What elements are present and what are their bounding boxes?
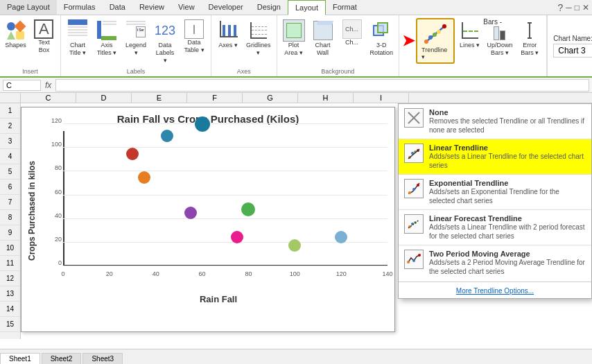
row-num-2[interactable]: 2 (0, 119, 20, 134)
minimize-icon[interactable]: ─ (566, 3, 572, 12)
data-labels-button[interactable]: 123 DataLabels ▾ (151, 18, 179, 65)
linear-icon (404, 144, 424, 163)
tab-format[interactable]: Format (326, 0, 364, 15)
sheet-tab-1[interactable]: Sheet1 (0, 353, 40, 364)
tab-page-layout[interactable]: Page Layout (0, 0, 57, 15)
tab-developer[interactable]: Developer (202, 0, 250, 15)
dot-1 (126, 148, 139, 160)
row-num-14[interactable]: 14 (0, 302, 20, 317)
row-num-12[interactable]: 12 (0, 271, 20, 286)
col-header-F[interactable]: F (187, 93, 243, 103)
dot-7 (241, 202, 255, 216)
trendline-button[interactable]: Trendline ▾ (416, 18, 455, 64)
ribbon-group-axes: Axes ▾ Gridlines ▾ Axes (211, 15, 277, 76)
shapes-button[interactable]: Shapes (3, 18, 28, 55)
sheet-tab-2[interactable]: Sheet2 (42, 353, 82, 364)
linear-forecast-icon (404, 214, 424, 234)
gridlines-button[interactable]: Gridlines ▾ (243, 18, 274, 58)
dot-8 (288, 239, 301, 252)
tab-data[interactable]: Data (103, 0, 132, 15)
col-header-E[interactable]: E (132, 93, 187, 103)
moving-average-title: Two Period Moving Average (429, 250, 586, 258)
svg-point-1 (424, 40, 428, 44)
labels-group-label: Labels (64, 68, 208, 75)
close-icon[interactable]: ✕ (582, 3, 589, 12)
bars-label: Bars - (483, 18, 502, 26)
restore-icon[interactable]: □ (575, 3, 580, 12)
svg-point-14 (412, 188, 415, 191)
trendline-linear-forecast-item[interactable]: Linear Forecast Trendline Adds/sets a Li… (399, 210, 591, 245)
dot-4 (184, 207, 197, 219)
row-num-4[interactable]: 4 (0, 149, 20, 164)
row-num-9[interactable]: 9 (0, 225, 20, 241)
ribbon-group-analysis: ➤ Trendline ▾ (399, 15, 547, 76)
col-header-H[interactable]: H (298, 93, 354, 103)
text-box-button[interactable]: A Text Box (31, 18, 58, 55)
plot-area-button[interactable]: PlotArea ▾ (280, 18, 308, 58)
moving-average-icon (404, 250, 424, 269)
row-num-15[interactable]: 15 (0, 317, 20, 332)
row-num-10[interactable]: 10 (0, 241, 20, 256)
row-num-13[interactable]: 13 (0, 286, 20, 302)
ch-button[interactable]: Ch... Ch... (338, 18, 366, 58)
trendline-linear-item[interactable]: Linear Trendline Adds/sets a Linear Tren… (399, 139, 591, 174)
svg-point-15 (417, 184, 419, 187)
trendline-exponential-item[interactable]: Exponential Trendline Adds/sets an Expon… (399, 175, 591, 209)
bars-label-area: Bars - (483, 18, 502, 26)
row-header-spacer (0, 93, 21, 103)
cell-reference-box[interactable]: C (3, 80, 41, 91)
sheet-tabs: Sheet1 Sheet2 Sheet3 (0, 349, 592, 364)
chart-container: Rain Fall vs Crops Purchased (Kilos) Cro… (21, 107, 395, 332)
none-icon (404, 108, 424, 128)
dot-9 (335, 231, 347, 243)
tab-review[interactable]: Review (132, 0, 171, 15)
exponential-icon (404, 179, 424, 198)
column-headers: C D E F G H I (0, 93, 592, 103)
more-trendline-options[interactable]: More Trendline Options... (399, 284, 591, 298)
chart-wall-button[interactable]: ChartWall (309, 18, 337, 58)
exponential-title: Exponential Trendline (429, 179, 586, 187)
axis-titles-button[interactable]: AxisTitles ▾ (93, 18, 121, 65)
error-bars-button[interactable]: ErrorBars ▾ (516, 18, 543, 58)
svg-line-12 (408, 149, 419, 159)
tab-formulas[interactable]: Formulas (57, 0, 103, 15)
trendline-none-item[interactable]: None Removes the selected Trendline or a… (399, 104, 591, 139)
trendline-moving-average-item[interactable]: Two Period Moving Average Adds/sets a 2 … (399, 245, 591, 280)
svg-point-4 (437, 30, 441, 34)
ribbon-group-labels: ChartTitle ▾ AxisTitles ▾ (61, 15, 211, 76)
col-header-D[interactable]: D (76, 93, 132, 103)
ribbon-tabs: Page Layout Formulas Data Review View De… (0, 0, 592, 15)
none-title: None (429, 108, 586, 116)
tab-view[interactable]: View (171, 0, 202, 15)
row-num-5[interactable]: 5 (0, 164, 20, 180)
sheet-tab-3[interactable]: Sheet3 (82, 353, 123, 364)
axes-button[interactable]: Axes ▾ (214, 18, 242, 58)
col-header-I[interactable]: I (354, 93, 409, 103)
legend-button[interactable]: Ser Legend ▾ (122, 18, 150, 65)
chart-title-button[interactable]: ChartTitle ▾ (64, 18, 92, 65)
lines-button[interactable]: Lines ▾ (456, 18, 484, 51)
row-num-6[interactable]: 6 (0, 180, 20, 195)
row-num-11[interactable]: 11 (0, 256, 20, 271)
formula-input[interactable] (55, 79, 589, 92)
chart-name-value: Chart 3 (553, 44, 592, 58)
svg-point-3 (433, 33, 437, 37)
moving-average-desc: Adds/sets a 2 Period Moving Average Tren… (429, 258, 586, 276)
row-num-3[interactable]: 3 (0, 134, 20, 149)
tab-design[interactable]: Design (250, 0, 288, 15)
data-table-button[interactable]: DataTable ▾ (180, 18, 208, 65)
3d-rotation-button[interactable]: 3-D Rotation (367, 18, 397, 58)
trendline-label: Trendline ▾ (421, 46, 449, 60)
col-header-G[interactable]: G (243, 93, 298, 103)
fx-icon: fx (41, 80, 55, 90)
row-num-1[interactable]: 1 (0, 103, 20, 119)
row-num-7[interactable]: 7 (0, 195, 20, 210)
trendline-dropdown: None Removes the selected Trendline or a… (398, 103, 592, 299)
col-header-C[interactable]: C (21, 93, 76, 103)
help-icon[interactable]: ? (557, 2, 563, 13)
linear-forecast-desc: Adds/sets a Linear Trendline with 2 peri… (429, 223, 586, 241)
insert-group-label: Insert (3, 68, 58, 75)
ribbon-group-background: PlotArea ▾ ChartWall Ch... Ch... (277, 15, 400, 76)
tab-layout[interactable]: Layout (288, 0, 326, 15)
row-num-8[interactable]: 8 (0, 210, 20, 225)
